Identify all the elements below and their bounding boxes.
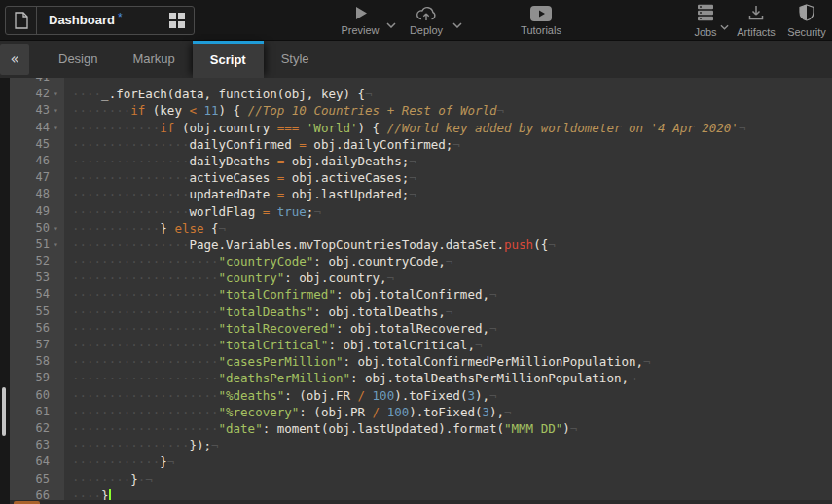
code-line[interactable]: 52····················"countryCode": obj… bbox=[10, 253, 832, 270]
gutter-cell[interactable]: 59 bbox=[10, 370, 64, 386]
code-text[interactable]: ············if (obj.country === 'World')… bbox=[64, 120, 745, 136]
gutter-cell[interactable]: 53 bbox=[10, 270, 64, 286]
gutter-cell[interactable]: 60 bbox=[10, 387, 64, 404]
code-text[interactable]: ····················"totalCritical": obj… bbox=[64, 337, 482, 353]
code-text[interactable]: ················updatedDate = obj.lastUp… bbox=[64, 186, 416, 202]
code-text[interactable]: ················dailyConfirmed = obj.dai… bbox=[64, 136, 460, 153]
code-text[interactable]: ········if (key < 11) { //Top 10 Countri… bbox=[64, 102, 504, 119]
gutter-cell[interactable]: 51▾ bbox=[10, 236, 64, 253]
code-text[interactable]: ····················"date": moment(obj.l… bbox=[64, 420, 577, 437]
chevron-down-icon[interactable] bbox=[452, 15, 462, 32]
gutter-cell[interactable]: 42▾ bbox=[10, 86, 64, 102]
code-text[interactable]: ····················"totalDeaths": obj.t… bbox=[64, 304, 452, 320]
code-text[interactable]: ····_.forEach(data, function(obj, key) {… bbox=[64, 86, 373, 102]
code-text[interactable]: ····················"deathsPerMillion": … bbox=[64, 370, 636, 386]
document-icon[interactable] bbox=[6, 7, 37, 34]
gutter-cell[interactable]: 64 bbox=[10, 453, 64, 470]
code-line[interactable]: 41 bbox=[10, 78, 832, 86]
code-line[interactable]: 59····················"deathsPerMillion"… bbox=[10, 370, 832, 386]
code-line[interactable]: 50▾············} else {¬ bbox=[10, 220, 832, 236]
code-line[interactable]: 49················worldFlag = true;¬ bbox=[10, 203, 832, 220]
code-line[interactable]: 45················dailyConfirmed = obj.d… bbox=[10, 136, 832, 153]
code-line[interactable]: 44▾············if (obj.country === 'Worl… bbox=[10, 120, 832, 136]
code-text[interactable]: ····················"totalRecovered": ob… bbox=[64, 320, 497, 337]
gutter-cell[interactable]: 66 bbox=[10, 487, 64, 504]
code-text[interactable]: ················Page.Variables.mvTopCoun… bbox=[64, 236, 556, 253]
code-text[interactable]: ················activeCases = obj.active… bbox=[64, 169, 416, 186]
horizontal-scrollbar-track[interactable] bbox=[10, 500, 832, 504]
code-line[interactable]: 65········}·¬ bbox=[10, 471, 832, 487]
jobs-button[interactable]: Jobs bbox=[685, 4, 726, 38]
gutter-cell[interactable]: 46 bbox=[10, 153, 64, 169]
gutter-cell[interactable]: 50▾ bbox=[10, 220, 64, 236]
code-line[interactable]: 63················});¬ bbox=[10, 437, 832, 453]
code-text[interactable]: ····················"totalConfirmed": ob… bbox=[64, 286, 497, 303]
code-text[interactable]: ····················"country": obj.count… bbox=[64, 270, 394, 286]
code-line[interactable]: 51▾················Page.Variables.mvTopC… bbox=[10, 236, 832, 253]
code-text[interactable]: ················});¬ bbox=[64, 437, 219, 453]
code-text[interactable]: ····················"countryCode": obj.c… bbox=[64, 253, 452, 270]
preview-button[interactable]: Preview bbox=[332, 4, 388, 36]
tab-markup[interactable]: Markup bbox=[115, 41, 192, 78]
grid-icon[interactable] bbox=[169, 13, 185, 28]
code-text[interactable]: ············} else {¬ bbox=[64, 220, 226, 236]
chevron-down-icon[interactable] bbox=[386, 15, 396, 32]
left-scrollbar-thumb[interactable] bbox=[2, 387, 6, 436]
artifacts-button[interactable]: Artifacts bbox=[736, 4, 777, 38]
code-editor-viewport[interactable]: 4142▾····_.forEach(data, function(obj, k… bbox=[10, 78, 832, 504]
fold-arrow-icon[interactable]: ▾ bbox=[52, 120, 64, 136]
code-line[interactable]: 62····················"date": moment(obj… bbox=[10, 420, 832, 437]
tab-style[interactable]: Style bbox=[264, 41, 327, 78]
gutter-cell[interactable]: 48 bbox=[10, 186, 64, 202]
gutter-cell[interactable]: 54 bbox=[10, 286, 64, 303]
code-line[interactable]: 46················dailyDeaths = obj.dail… bbox=[10, 153, 832, 169]
gutter-cell[interactable]: 58 bbox=[10, 353, 64, 370]
code-line[interactable]: 47················activeCases = obj.acti… bbox=[10, 169, 832, 186]
page-selector[interactable]: Dashboard * bbox=[5, 6, 195, 35]
fold-arrow-icon[interactable]: ▾ bbox=[52, 220, 64, 236]
code-text[interactable]: ····················"%deaths": (obj.FR /… bbox=[64, 387, 497, 404]
collapse-panel-button[interactable]: « bbox=[0, 44, 29, 75]
code-line[interactable]: 57····················"totalCritical": o… bbox=[10, 337, 832, 353]
gutter-cell[interactable]: 65 bbox=[10, 471, 64, 487]
tutorials-button[interactable]: Tutorials bbox=[509, 4, 573, 36]
fold-arrow-icon[interactable]: ▾ bbox=[52, 86, 64, 102]
code-line[interactable]: 60····················"%deaths": (obj.FR… bbox=[10, 387, 832, 404]
tab-design[interactable]: Design bbox=[41, 41, 115, 78]
gutter-cell[interactable]: 45 bbox=[10, 136, 64, 153]
code-text[interactable]: ············}¬ bbox=[64, 453, 174, 470]
code-line[interactable]: 42▾····_.forEach(data, function(obj, key… bbox=[10, 86, 832, 102]
gutter-cell[interactable]: 57 bbox=[10, 337, 64, 353]
gutter-cell[interactable]: 47 bbox=[10, 169, 64, 186]
fold-arrow-icon[interactable]: ▾ bbox=[52, 236, 64, 253]
code-text[interactable]: ················worldFlag = true;¬ bbox=[64, 203, 321, 220]
gutter-cell[interactable]: 44▾ bbox=[10, 120, 64, 136]
gutter-cell[interactable]: 49 bbox=[10, 203, 64, 220]
gutter-cell[interactable]: 41 bbox=[10, 78, 64, 86]
code-line[interactable]: 53····················"country": obj.cou… bbox=[10, 270, 832, 286]
code-text[interactable]: ········}·¬ bbox=[64, 471, 153, 487]
gutter-cell[interactable]: 61 bbox=[10, 404, 64, 420]
code-line[interactable]: 54····················"totalConfirmed": … bbox=[10, 286, 832, 303]
gutter-cell[interactable]: 52 bbox=[10, 253, 64, 270]
gutter-cell[interactable]: 56 bbox=[10, 320, 64, 337]
code-text[interactable]: ················dailyDeaths = obj.dailyD… bbox=[64, 153, 416, 169]
code-text[interactable] bbox=[64, 78, 72, 86]
code-text[interactable]: ····················"casesPerMillion": o… bbox=[64, 353, 651, 370]
gutter-cell[interactable]: 43▾ bbox=[10, 102, 64, 119]
code-line[interactable]: 58····················"casesPerMillion":… bbox=[10, 353, 832, 370]
code-line[interactable]: 61····················"%recovery": (obj.… bbox=[10, 404, 832, 420]
gutter-cell[interactable]: 55 bbox=[10, 304, 64, 320]
script-editor[interactable]: 4142▾····_.forEach(data, function(obj, k… bbox=[0, 78, 832, 504]
chevron-down-icon[interactable] bbox=[720, 17, 729, 34]
tab-script[interactable]: Script bbox=[193, 41, 264, 78]
gutter-cell[interactable]: 63 bbox=[10, 437, 64, 453]
code-line[interactable]: 64············}¬ bbox=[10, 453, 832, 470]
code-line[interactable]: 56····················"totalRecovered": … bbox=[10, 320, 832, 337]
security-button[interactable]: Security bbox=[786, 4, 827, 38]
fold-arrow-icon[interactable]: ▾ bbox=[52, 102, 64, 119]
code-line[interactable]: 55····················"totalDeaths": obj… bbox=[10, 304, 832, 320]
code-line[interactable]: 48················updatedDate = obj.last… bbox=[10, 186, 832, 202]
code-line[interactable]: 43▾········if (key < 11) { //Top 10 Coun… bbox=[10, 102, 832, 119]
code-text[interactable]: ····················"%recovery": (obj.PR… bbox=[64, 404, 512, 420]
